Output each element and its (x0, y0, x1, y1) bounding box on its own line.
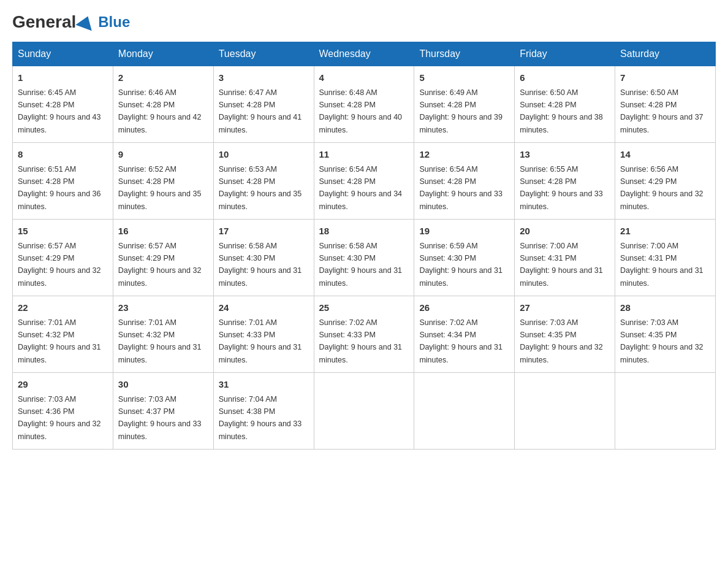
calendar-cell: 2Sunrise: 6:46 AMSunset: 4:28 PMDaylight… (113, 66, 213, 143)
day-info: Sunrise: 6:56 AMSunset: 4:29 PMDaylight:… (620, 165, 703, 211)
day-number: 17 (219, 224, 309, 239)
day-info: Sunrise: 7:03 AMSunset: 4:35 PMDaylight:… (520, 318, 603, 364)
day-info: Sunrise: 6:49 AMSunset: 4:28 PMDaylight:… (419, 88, 502, 134)
calendar-cell: 14Sunrise: 6:56 AMSunset: 4:29 PMDayligh… (615, 143, 716, 220)
calendar-cell: 26Sunrise: 7:02 AMSunset: 4:34 PMDayligh… (414, 296, 515, 373)
calendar-cell: 25Sunrise: 7:02 AMSunset: 4:33 PMDayligh… (314, 296, 414, 373)
calendar-cell: 10Sunrise: 6:53 AMSunset: 4:28 PMDayligh… (213, 143, 314, 220)
day-number: 31 (219, 378, 309, 392)
calendar-cell: 18Sunrise: 6:58 AMSunset: 4:30 PMDayligh… (314, 220, 414, 296)
day-number: 6 (520, 71, 610, 85)
day-info: Sunrise: 7:00 AMSunset: 4:31 PMDaylight:… (520, 242, 603, 288)
column-header-monday: Monday (113, 42, 213, 66)
calendar-header-row: SundayMondayTuesdayWednesdayThursdayFrid… (13, 42, 716, 66)
column-header-wednesday: Wednesday (314, 42, 414, 66)
calendar-week-row: 15Sunrise: 6:57 AMSunset: 4:29 PMDayligh… (13, 220, 716, 296)
calendar-cell: 30Sunrise: 7:03 AMSunset: 4:37 PMDayligh… (113, 373, 213, 450)
calendar-cell: 22Sunrise: 7:01 AMSunset: 4:32 PMDayligh… (13, 296, 113, 373)
day-info: Sunrise: 6:58 AMSunset: 4:30 PMDaylight:… (219, 242, 302, 288)
calendar-cell: 12Sunrise: 6:54 AMSunset: 4:28 PMDayligh… (414, 143, 515, 220)
day-info: Sunrise: 6:47 AMSunset: 4:28 PMDaylight:… (219, 88, 302, 134)
day-number: 12 (419, 148, 509, 162)
day-number: 25 (319, 301, 409, 315)
day-info: Sunrise: 6:57 AMSunset: 4:29 PMDaylight:… (118, 242, 202, 288)
calendar-cell: 5Sunrise: 6:49 AMSunset: 4:28 PMDaylight… (414, 66, 515, 143)
column-header-friday: Friday (515, 42, 615, 66)
calendar-cell: 1Sunrise: 6:45 AMSunset: 4:28 PMDaylight… (13, 66, 113, 143)
day-number: 13 (520, 148, 610, 162)
day-number: 19 (419, 224, 509, 239)
calendar-cell: 27Sunrise: 7:03 AMSunset: 4:35 PMDayligh… (515, 296, 615, 373)
day-info: Sunrise: 6:54 AMSunset: 4:28 PMDaylight:… (319, 165, 403, 211)
calendar-cell: 21Sunrise: 7:00 AMSunset: 4:31 PMDayligh… (615, 220, 716, 296)
calendar-cell (314, 373, 414, 450)
day-number: 9 (118, 148, 208, 162)
day-info: Sunrise: 7:04 AMSunset: 4:38 PMDaylight:… (219, 395, 302, 441)
day-number: 11 (319, 148, 409, 162)
day-info: Sunrise: 7:01 AMSunset: 4:32 PMDaylight:… (18, 318, 101, 364)
day-info: Sunrise: 6:57 AMSunset: 4:29 PMDaylight:… (18, 242, 101, 288)
calendar-cell: 28Sunrise: 7:03 AMSunset: 4:35 PMDayligh… (615, 296, 716, 373)
day-number: 26 (419, 301, 509, 315)
calendar-cell: 23Sunrise: 7:01 AMSunset: 4:32 PMDayligh… (113, 296, 213, 373)
day-info: Sunrise: 7:02 AMSunset: 4:34 PMDaylight:… (419, 318, 502, 364)
day-info: Sunrise: 7:01 AMSunset: 4:33 PMDaylight:… (219, 318, 302, 364)
logo-blue-text: Blue (98, 13, 130, 31)
calendar-cell: 11Sunrise: 6:54 AMSunset: 4:28 PMDayligh… (314, 143, 414, 220)
day-info: Sunrise: 6:50 AMSunset: 4:28 PMDaylight:… (520, 88, 603, 134)
calendar-cell: 6Sunrise: 6:50 AMSunset: 4:28 PMDaylight… (515, 66, 615, 143)
day-info: Sunrise: 6:55 AMSunset: 4:28 PMDaylight:… (520, 165, 603, 211)
calendar-week-row: 1Sunrise: 6:45 AMSunset: 4:28 PMDaylight… (13, 66, 716, 143)
calendar-cell: 7Sunrise: 6:50 AMSunset: 4:28 PMDaylight… (615, 66, 716, 143)
calendar-cell: 8Sunrise: 6:51 AMSunset: 4:28 PMDaylight… (13, 143, 113, 220)
calendar-cell: 19Sunrise: 6:59 AMSunset: 4:30 PMDayligh… (414, 220, 515, 296)
calendar-cell: 29Sunrise: 7:03 AMSunset: 4:36 PMDayligh… (13, 373, 113, 450)
day-info: Sunrise: 6:46 AMSunset: 4:28 PMDaylight:… (118, 88, 202, 134)
day-info: Sunrise: 7:03 AMSunset: 4:36 PMDaylight:… (18, 395, 101, 441)
day-number: 22 (18, 301, 108, 315)
day-number: 20 (520, 224, 610, 239)
day-number: 1 (18, 71, 108, 85)
day-info: Sunrise: 7:03 AMSunset: 4:35 PMDaylight:… (620, 318, 703, 364)
column-header-tuesday: Tuesday (213, 42, 314, 66)
calendar-cell: 24Sunrise: 7:01 AMSunset: 4:33 PMDayligh… (213, 296, 314, 373)
calendar-cell: 17Sunrise: 6:58 AMSunset: 4:30 PMDayligh… (213, 220, 314, 296)
calendar-cell (615, 373, 716, 450)
calendar-table: SundayMondayTuesdayWednesdayThursdayFrid… (12, 42, 716, 450)
calendar-week-row: 22Sunrise: 7:01 AMSunset: 4:32 PMDayligh… (13, 296, 716, 373)
calendar-cell (414, 373, 515, 450)
day-info: Sunrise: 6:59 AMSunset: 4:30 PMDaylight:… (419, 242, 502, 288)
day-info: Sunrise: 6:51 AMSunset: 4:28 PMDaylight:… (18, 165, 101, 211)
day-number: 24 (219, 301, 309, 315)
day-number: 29 (18, 378, 108, 392)
day-number: 10 (219, 148, 309, 162)
day-number: 4 (319, 71, 409, 85)
column-header-thursday: Thursday (414, 42, 515, 66)
logo-triangle-icon (76, 13, 96, 31)
calendar-cell: 13Sunrise: 6:55 AMSunset: 4:28 PMDayligh… (515, 143, 615, 220)
calendar-cell: 4Sunrise: 6:48 AMSunset: 4:28 PMDaylight… (314, 66, 414, 143)
day-info: Sunrise: 6:58 AMSunset: 4:30 PMDaylight:… (319, 242, 403, 288)
logo: General Blue (12, 12, 130, 32)
day-number: 7 (620, 71, 710, 85)
day-number: 5 (419, 71, 509, 85)
calendar-cell: 16Sunrise: 6:57 AMSunset: 4:29 PMDayligh… (113, 220, 213, 296)
calendar-cell: 31Sunrise: 7:04 AMSunset: 4:38 PMDayligh… (213, 373, 314, 450)
day-number: 14 (620, 148, 710, 162)
calendar-week-row: 8Sunrise: 6:51 AMSunset: 4:28 PMDaylight… (13, 143, 716, 220)
day-info: Sunrise: 6:53 AMSunset: 4:28 PMDaylight:… (219, 165, 302, 211)
calendar-week-row: 29Sunrise: 7:03 AMSunset: 4:36 PMDayligh… (13, 373, 716, 450)
calendar-body: 1Sunrise: 6:45 AMSunset: 4:28 PMDaylight… (13, 66, 716, 450)
day-number: 16 (118, 224, 208, 239)
calendar-cell: 20Sunrise: 7:00 AMSunset: 4:31 PMDayligh… (515, 220, 615, 296)
day-number: 8 (18, 148, 108, 162)
header: General Blue (12, 12, 716, 32)
column-header-saturday: Saturday (615, 42, 716, 66)
logo-general-text: General (12, 12, 76, 32)
day-number: 27 (520, 301, 610, 315)
calendar-cell: 9Sunrise: 6:52 AMSunset: 4:28 PMDaylight… (113, 143, 213, 220)
calendar-cell: 15Sunrise: 6:57 AMSunset: 4:29 PMDayligh… (13, 220, 113, 296)
day-info: Sunrise: 6:54 AMSunset: 4:28 PMDaylight:… (419, 165, 502, 211)
day-number: 28 (620, 301, 710, 315)
day-number: 21 (620, 224, 710, 239)
